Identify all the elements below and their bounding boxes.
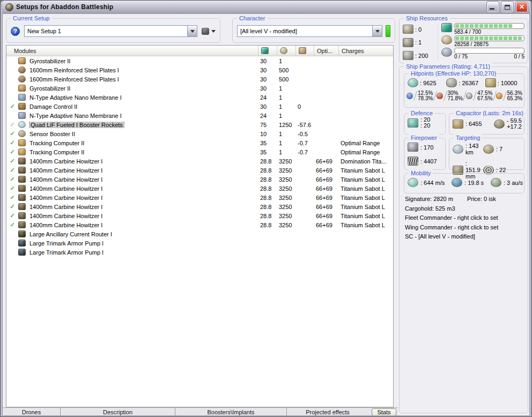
module-row[interactable]: ✓ 1400mm Carbine Howitzer I 28.8 3250 66…: [6, 184, 393, 193]
maximize-button[interactable]: [501, 2, 513, 12]
chevron-down-icon: [375, 30, 380, 33]
wing-commander-text[interactable]: Wing Commander - right click to set: [405, 223, 526, 233]
module-row[interactable]: ✓ Tracking Computer II 35 1 -0.7 Optimal…: [6, 138, 393, 147]
optimal-column-header[interactable]: Opti...: [314, 46, 338, 56]
module-name: 1400mm Carbine Howitzer I: [28, 185, 258, 192]
tab-projected-effects[interactable]: Projected effects: [287, 408, 368, 416]
squad-commander-text[interactable]: SC - [All level V - modified]: [405, 232, 526, 242]
module-icon: [18, 240, 26, 247]
module-row[interactable]: Gyrostabilizer II 30 1: [6, 84, 393, 93]
calibration-value: : 200: [415, 53, 428, 59]
modules-header[interactable]: Modules Opti... Charges: [6, 46, 393, 56]
character-select-arrow[interactable]: [372, 26, 382, 36]
module-row[interactable]: ✓ 1400mm Carbine Howitzer I 28.8 3250 66…: [6, 193, 393, 202]
ship-info-lines: Signature: 2820 m Price: 0 isk Cargohold…: [405, 195, 526, 242]
module-row[interactable]: 1600mm Reinforced Steel Plates I 30 500: [6, 65, 393, 75]
modules-column-header[interactable]: Modules: [6, 48, 258, 54]
armor-hp: : 26367: [459, 80, 478, 86]
module-icon: [18, 76, 26, 83]
module-name: N-Type Adaptive Nano Membrane I: [28, 113, 258, 119]
module-row[interactable]: ✓ Tracking Computer II 35 1 -0.7 Optimal…: [6, 147, 393, 157]
module-cpu-value: 28.8: [258, 222, 277, 228]
module-row[interactable]: Large Trimark Armor Pump I: [6, 239, 393, 248]
ship-icon: [202, 28, 209, 35]
hardpoints-column: : 0 : 1 : 200: [403, 24, 438, 61]
module-cpu-value: 30: [258, 67, 277, 73]
character-select[interactable]: [All level V - modified]: [237, 25, 382, 37]
max-targets-icon: [483, 145, 494, 154]
module-optimal-value: 66+69: [314, 176, 338, 183]
setup-select-arrow[interactable]: [187, 26, 197, 36]
module-row[interactable]: 1600mm Reinforced Steel Plates I 30 500: [6, 75, 393, 84]
powergrid-column-header[interactable]: [277, 46, 295, 56]
tab-drones[interactable]: Drones: [3, 408, 61, 416]
module-row[interactable]: Large Trimark Armor Pump I: [6, 248, 393, 257]
window-title: Setups for Abaddon Battleship: [16, 3, 484, 11]
hitpoints-group: Hitpoints (Effective HP: 130,270) : 9625…: [404, 73, 524, 108]
powergrid-usage-text: 28258 / 28875: [454, 41, 524, 47]
module-charge: Titanium Sabot L: [338, 222, 393, 228]
tab-stats[interactable]: Stats: [372, 408, 396, 416]
right-panel: Ship Resources : 0 : 1 : 200 583.4 / 700: [398, 14, 530, 416]
cpu-column-header[interactable]: [258, 46, 277, 56]
module-optimal-value: 66+69: [314, 195, 338, 201]
module-name: 1400mm Carbine Howitzer I: [28, 195, 258, 201]
fitted-check-icon: ✓: [6, 213, 18, 219]
module-charge: Titanium Sabot L: [338, 185, 393, 192]
module-row[interactable]: ✓ 1400mm Carbine Howitzer I 28.8 3250 66…: [6, 166, 393, 175]
module-row[interactable]: ✓ Quad LiF Fueled I Booster Rockets 75 1…: [6, 120, 393, 129]
module-name: 1400mm Carbine Howitzer I: [28, 167, 258, 174]
fleet-commander-text[interactable]: Fleet Commander - right click to set: [405, 213, 526, 223]
title-bar[interactable]: Setups for Abaddon Battleship ✕: [2, 1, 530, 13]
powergrid-bar: [454, 35, 524, 41]
mobility-label: Mobility: [409, 169, 433, 177]
chevron-down-icon: [190, 30, 195, 33]
fitted-check-icon: ✓: [6, 204, 18, 210]
close-icon: ✕: [519, 4, 524, 10]
tab-description[interactable]: Description: [61, 408, 175, 416]
module-row[interactable]: N-Type Adaptive Nano Membrane I 24 1: [6, 111, 393, 120]
fitted-check-icon: ✓: [6, 185, 18, 191]
tab-boosters-implants[interactable]: Boosters\Implants: [175, 408, 287, 416]
module-row[interactable]: ✓ Damage Control II 30 1 0: [6, 102, 393, 111]
module-icon: [18, 112, 26, 119]
capacitor-column-header[interactable]: [295, 46, 314, 56]
module-row[interactable]: Large Ancillary Current Router I: [6, 229, 393, 239]
module-charge: Titanium Sabot L: [338, 213, 393, 219]
module-row[interactable]: ✓ 1400mm Carbine Howitzer I 28.8 3250 66…: [6, 220, 393, 229]
module-name: 1600mm Reinforced Steel Plates I: [28, 76, 258, 83]
align-time-icon: [452, 178, 462, 187]
module-row[interactable]: ✓ 1400mm Carbine Howitzer I 28.8 3250 66…: [6, 202, 393, 211]
module-powergrid-value: 1: [277, 113, 295, 119]
module-row[interactable]: ✓ Sensor Booster II 10 1 -0.5: [6, 129, 393, 138]
module-row[interactable]: ✓ 1400mm Carbine Howitzer I 28.8 3250 66…: [6, 157, 393, 166]
minimize-button[interactable]: [487, 2, 499, 12]
drone-bar: [454, 48, 524, 54]
module-icon: [18, 130, 26, 137]
module-name: Sensor Booster II: [28, 131, 258, 137]
ship-menu-button[interactable]: [202, 28, 216, 35]
cpu-bar: [454, 23, 524, 29]
help-button[interactable]: ?: [11, 27, 20, 36]
targeting-group: Targeting : 143 km : 7 : 151.9 mm : 22: [449, 138, 524, 170]
calibration-icon: [403, 51, 413, 60]
cargohold-text: Cargohold: 525 m3: [405, 204, 526, 214]
module-name: Large Ancillary Current Router I: [28, 231, 258, 237]
charges-column-header[interactable]: Charges: [338, 46, 393, 56]
module-cpu-value: 24: [258, 113, 277, 119]
app-icon: [5, 3, 13, 11]
module-cpu-value: 30: [258, 76, 277, 83]
module-charge: Optimal Range: [338, 140, 393, 146]
close-button[interactable]: ✕: [516, 2, 528, 12]
setup-select[interactable]: New Setup 1: [24, 25, 197, 37]
chevron-down-icon: [211, 30, 216, 33]
module-row[interactable]: ✓ 1400mm Carbine Howitzer I 28.8 3250 66…: [6, 175, 393, 184]
thermal-resist: 30%71.8%: [437, 91, 464, 101]
minimize-icon: [490, 8, 494, 10]
module-cpu-value: 24: [258, 94, 277, 101]
module-powergrid-value: 1250: [277, 122, 295, 128]
modules-panel: Modules Opti... Charges Gyrostabilizer I…: [6, 45, 394, 407]
module-row[interactable]: N-Type Adaptive Nano Membrane I 24 1: [6, 93, 393, 102]
module-row[interactable]: Gyrostabilizer II 30 1: [6, 56, 393, 65]
module-row[interactable]: ✓ 1400mm Carbine Howitzer I 28.8 3250 66…: [6, 211, 393, 220]
